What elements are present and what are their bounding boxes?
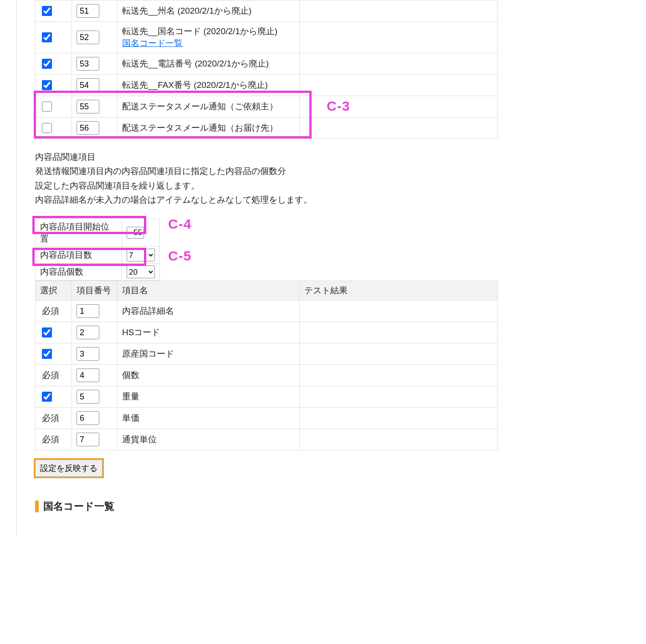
desc-line-4: 内容品詳細名が未入力の場合はアイテムなしとみなして処理をします。 xyxy=(35,193,646,207)
row-checkbox[interactable] xyxy=(42,123,52,133)
row-test-result xyxy=(300,301,498,322)
table-row: 必須単価 xyxy=(36,408,498,429)
table-row: 必須個数 xyxy=(36,365,498,386)
row-number-input[interactable] xyxy=(77,368,99,382)
table-row: 必須通貨単位 xyxy=(36,429,498,450)
row-number-input[interactable] xyxy=(77,31,99,44)
content-items-settings-table: 内容品項目開始位置 内容品項目数 7 内容品個数 20 xyxy=(35,219,160,281)
item-qty-select[interactable]: 20 xyxy=(127,266,155,278)
row-checkbox[interactable] xyxy=(42,32,52,42)
table-row: 配送ステータスメール通知（ご依頼主） xyxy=(36,96,498,118)
header-select: 選択 xyxy=(36,281,72,301)
row-checkbox[interactable] xyxy=(42,59,52,69)
row-number-input[interactable] xyxy=(77,4,99,18)
row-field-name: 通貨単位 xyxy=(118,429,300,450)
header-num: 項目番号 xyxy=(72,281,118,301)
row-field-name: 転送先__国名コード (2020/2/1から廃止)国名コード一覧 xyxy=(118,22,300,53)
content-items-description: 内容品関連項目 発送情報関連項目内の内容品関連項目に指定した内容品の個数分 設定… xyxy=(35,150,646,207)
row-field-name: 転送先__電話番号 (2020/2/1から廃止) xyxy=(118,53,300,75)
kv-row-qty: 内容品個数 20 xyxy=(36,264,160,281)
header-test: テスト結果 xyxy=(300,281,498,301)
table-row: 原産国コード xyxy=(36,343,498,365)
row-required-label: 必須 xyxy=(36,408,72,429)
row-required-label: 必須 xyxy=(36,301,72,322)
table-row: 転送先__州名 (2020/2/1から廃止) xyxy=(36,0,498,22)
row-test-result xyxy=(300,22,498,53)
row-number-input[interactable] xyxy=(77,57,99,71)
row-number-input[interactable] xyxy=(77,390,99,404)
row-field-name: 重量 xyxy=(118,386,300,408)
item-count-label: 内容品項目数 xyxy=(36,247,122,264)
section-title: 国名コード一覧 xyxy=(43,500,114,513)
row-number-input[interactable] xyxy=(77,433,99,446)
table-row: 配送ステータスメール通知（お届け先） xyxy=(36,118,498,139)
table2-header-row: 選択 項目番号 項目名 テスト結果 xyxy=(36,281,498,301)
row-checkbox[interactable] xyxy=(42,327,52,337)
row-field-name: 個数 xyxy=(118,365,300,386)
shipping-fields-table: 転送先__州名 (2020/2/1から廃止)転送先__国名コード (2020/2… xyxy=(35,0,498,139)
row-field-name: 原産国コード xyxy=(118,343,300,365)
row-test-result xyxy=(300,0,498,22)
section-accent-bar xyxy=(35,501,39,512)
row-test-result xyxy=(300,53,498,75)
row-number-input[interactable] xyxy=(77,100,99,113)
row-checkbox[interactable] xyxy=(42,102,52,112)
row-required-label: 必須 xyxy=(36,365,72,386)
country-code-section-header: 国名コード一覧 xyxy=(35,500,646,513)
table-row: 重量 xyxy=(36,386,498,408)
row-field-name: 配送ステータスメール通知（お届け先） xyxy=(118,118,300,139)
reflect-settings-button[interactable]: 設定を反映する xyxy=(35,460,103,477)
row-checkbox[interactable] xyxy=(42,6,52,16)
row-number-input[interactable] xyxy=(77,78,99,92)
desc-line-2: 発送情報関連項目内の内容品関連項目に指定した内容品の個数分 xyxy=(35,164,646,178)
row-checkbox[interactable] xyxy=(42,349,52,359)
row-test-result xyxy=(300,429,498,450)
row-number-input[interactable] xyxy=(77,326,99,339)
table-row: HSコード xyxy=(36,322,498,343)
row-test-result xyxy=(300,118,498,139)
desc-line-3: 設定した内容品関連項目を繰り返します。 xyxy=(35,179,646,193)
start-position-input[interactable] xyxy=(127,227,144,239)
row-number-input[interactable] xyxy=(77,304,99,318)
row-field-name: 転送先__州名 (2020/2/1から廃止) xyxy=(118,0,300,22)
table1-wrapper: 転送先__州名 (2020/2/1から廃止)転送先__国名コード (2020/2… xyxy=(17,0,646,139)
kv-row-start: 内容品項目開始位置 xyxy=(36,219,160,247)
item-count-select[interactable]: 7 xyxy=(127,249,155,261)
table-row: 転送先__国名コード (2020/2/1から廃止)国名コード一覧 xyxy=(36,22,498,53)
row-number-input[interactable] xyxy=(77,411,99,425)
row-number-input[interactable] xyxy=(77,347,99,361)
row-test-result xyxy=(300,386,498,408)
kv-row-count: 内容品項目数 7 xyxy=(36,247,160,264)
table-row: 転送先__電話番号 (2020/2/1から廃止) xyxy=(36,53,498,75)
callout-c4: C-4 xyxy=(168,216,191,232)
item-qty-label: 内容品個数 xyxy=(36,264,122,281)
row-test-result xyxy=(300,75,498,96)
country-code-list-link[interactable]: 国名コード一覧 xyxy=(122,38,183,48)
row-field-name: HSコード xyxy=(118,322,300,343)
table-row: 転送先__FAX番号 (2020/2/1から廃止) xyxy=(36,75,498,96)
row-number-input[interactable] xyxy=(77,121,99,135)
row-test-result xyxy=(300,322,498,343)
row-test-result xyxy=(300,365,498,386)
row-field-name: 転送先__FAX番号 (2020/2/1から廃止) xyxy=(118,75,300,96)
row-checkbox[interactable] xyxy=(42,392,52,402)
row-test-result xyxy=(300,408,498,429)
desc-line-1: 内容品関連項目 xyxy=(35,150,646,164)
row-field-name: 単価 xyxy=(118,408,300,429)
start-position-label: 内容品項目開始位置 xyxy=(36,219,122,247)
kv-wrapper: 内容品項目開始位置 内容品項目数 7 内容品個数 20 xyxy=(17,219,646,281)
callout-c5: C-5 xyxy=(168,248,191,264)
row-test-result xyxy=(300,96,498,118)
row-required-label: 必須 xyxy=(36,429,72,450)
content-item-fields-table: 選択 項目番号 項目名 テスト結果 必須内容品詳細名HSコード原産国コード必須個… xyxy=(35,281,498,450)
table-row: 必須内容品詳細名 xyxy=(36,301,498,322)
row-checkbox[interactable] xyxy=(42,80,52,90)
row-test-result xyxy=(300,343,498,365)
header-name: 項目名 xyxy=(118,281,300,301)
row-field-name: 内容品詳細名 xyxy=(118,301,300,322)
row-field-name: 配送ステータスメール通知（ご依頼主） xyxy=(118,96,300,118)
